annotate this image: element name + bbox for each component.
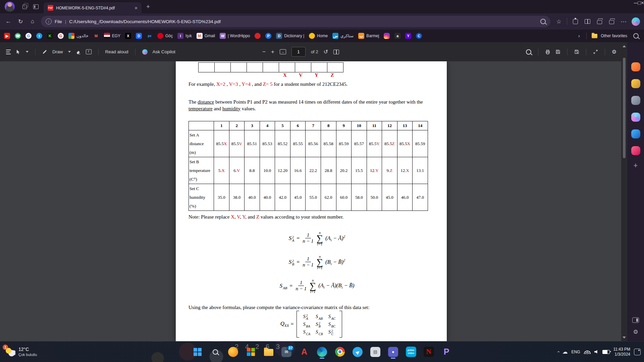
favorite-px500[interactable]: px <box>147 33 153 39</box>
pdf-settings-icon[interactable]: ⚙ <box>612 49 616 55</box>
sidebar-media-icon[interactable] <box>631 146 640 155</box>
zoom-in-button[interactable]: + <box>271 49 274 55</box>
draw-pen-icon[interactable] <box>42 49 47 54</box>
pdf-search-icon[interactable] <box>526 49 531 55</box>
tab-close-icon[interactable]: × <box>135 5 138 11</box>
favorites-overflow-button[interactable]: › <box>573 30 585 42</box>
favorite-egy-flag[interactable]: EGY <box>104 33 120 39</box>
taskbar-telegram[interactable]: ▶ <box>351 345 364 359</box>
draw-chevron-icon[interactable] <box>68 51 71 53</box>
favorite-kick[interactable]: K <box>47 33 53 39</box>
taskbar-app-messages[interactable]: ✉37 <box>280 345 293 359</box>
taskbar-file-explorer[interactable] <box>262 345 275 359</box>
address-bar[interactable]: i File | C:/Users/king_/Downloads/Docume… <box>41 16 550 27</box>
scroll-thumb[interactable] <box>623 58 626 158</box>
favorite-home-site[interactable]: Home <box>309 33 328 39</box>
taskbar-app-a-red[interactable]: A <box>298 345 311 359</box>
taskbar-app-p-purple[interactable]: P <box>440 345 453 359</box>
taskbar-search[interactable] <box>209 345 222 359</box>
favorite-d-site[interactable]: D <box>136 33 142 39</box>
taskbar-edge[interactable] <box>315 345 329 359</box>
maximize-button[interactable]: □ <box>638 0 641 13</box>
eraser-icon[interactable] <box>76 49 81 54</box>
taskbar-app-indigo[interactable]: ● <box>386 345 400 359</box>
favorite-google[interactable]: G <box>25 33 32 39</box>
copilot-button[interactable] <box>630 16 641 27</box>
save-icon[interactable] <box>555 49 560 54</box>
volume-icon[interactable] <box>594 350 599 354</box>
page-view-icon[interactable] <box>333 50 339 54</box>
add-text-icon[interactable] <box>86 49 92 54</box>
taskbar-chrome[interactable] <box>333 345 346 359</box>
hidden-icons-chevron-icon[interactable]: › <box>555 351 561 353</box>
pdf-scrollbar[interactable] <box>621 42 627 342</box>
draw-label[interactable]: Draw <box>52 49 63 54</box>
favorite-gmail[interactable]: MGmail <box>197 33 215 39</box>
favorite-wordhippo[interactable]: W| WordHippo <box>220 33 250 39</box>
expand-icon[interactable] <box>593 49 598 54</box>
scroll-up-arrow-icon[interactable] <box>623 45 626 47</box>
sidebar-toolbox-icon[interactable] <box>631 79 640 88</box>
page-number-input[interactable] <box>291 47 306 57</box>
favorite-youtube[interactable]: ▶ <box>4 33 10 39</box>
favorite-google-2[interactable]: G <box>58 33 64 39</box>
sidebar-profile-icon[interactable] <box>631 96 640 105</box>
sidebar-settings-icon[interactable]: ⚙ <box>633 328 638 336</box>
notification-center-icon[interactable] <box>634 349 641 355</box>
select-tool-icon[interactable] <box>16 49 21 55</box>
ask-copilot-button[interactable]: Ask Copilot <box>153 49 175 54</box>
save-as-icon[interactable] <box>574 49 579 54</box>
favorite-c-site[interactable]: C <box>416 33 422 39</box>
zoom-out-button[interactable]: − <box>262 49 266 55</box>
sidebar-add-button[interactable]: + <box>634 161 638 170</box>
favorite-isik[interactable]: IIşık <box>177 33 192 39</box>
clock[interactable]: 11:43 PM 1/3/2024 <box>613 347 630 357</box>
pdf-content-area[interactable]: XVYZ For example, X=2 , V=3 , Y=4 , and … <box>0 61 621 342</box>
search-in-address-icon[interactable] <box>540 19 546 24</box>
favorites-button[interactable] <box>594 16 605 27</box>
taskbar-prime-video[interactable]: primevideo <box>404 345 418 359</box>
rotate-button[interactable]: ↺ <box>324 49 328 55</box>
favorite-y-site[interactable]: Y <box>405 33 411 39</box>
favorite-dictionary[interactable]: DDictionary | <box>276 33 304 39</box>
favorites-search-icon[interactable] <box>633 33 639 39</box>
refresh-button[interactable]: ↻ <box>15 16 26 27</box>
onedrive-cloud-icon[interactable]: ☁ <box>562 349 568 355</box>
favorite-p-site[interactable]: P <box>265 33 271 39</box>
taskbar-office-365[interactable] <box>244 345 258 359</box>
back-button[interactable]: ← <box>3 16 14 27</box>
favorite-whatsapp[interactable]: ☎ <box>15 33 21 39</box>
sidebar-panel-icon[interactable] <box>632 317 639 323</box>
select-tool-chevron-icon[interactable] <box>26 51 29 53</box>
profile-avatar[interactable] <box>5 2 15 12</box>
home-button[interactable]: ⌂ <box>27 16 38 27</box>
weather-widget[interactable]: 1 12°C Çok bulutlu <box>5 342 37 362</box>
read-aloud-button[interactable]: Read aloud <box>105 49 128 54</box>
favorite-red-site[interactable] <box>255 33 261 39</box>
taskbar-netflix[interactable]: N <box>422 345 435 359</box>
browser-tab[interactable]: PDF HOMEWORK-5-ENG-STD#4.pdf × <box>44 2 142 13</box>
favorite-x-site[interactable]: X <box>125 33 131 39</box>
taskbar-app-keyboard[interactable]: ▤ <box>369 345 382 359</box>
scroll-down-arrow-icon[interactable] <box>623 337 626 339</box>
fit-to-width-icon[interactable]: ↔ <box>280 49 286 54</box>
favorite-academia[interactable]: a <box>394 33 400 39</box>
other-favorites[interactable]: Other favorites <box>585 33 644 39</box>
favorite-stakry[interactable]: سستاكري <box>332 33 354 39</box>
new-tab-button[interactable]: + <box>146 3 150 10</box>
sidebar-shopping-icon[interactable] <box>631 62 640 71</box>
taskbar-app-orange[interactable] <box>226 345 240 359</box>
wifi-icon[interactable] <box>584 350 591 354</box>
sidebar-outlook-icon[interactable] <box>631 129 640 138</box>
extensions-button[interactable] <box>570 16 581 27</box>
taskbar-start[interactable] <box>191 345 204 359</box>
favorite-barmej[interactable]: بBarmej <box>358 33 379 39</box>
split-screen-button[interactable] <box>582 16 593 27</box>
print-icon[interactable] <box>545 49 550 55</box>
more-menu-button[interactable]: ⋯ <box>618 16 629 27</box>
language-indicator[interactable]: ENG <box>572 350 580 354</box>
close-button[interactable]: × <box>641 0 644 13</box>
minimize-button[interactable]: ─ <box>634 0 638 13</box>
favorite-goc[interactable]: Göç <box>157 33 173 39</box>
collections-button[interactable] <box>606 16 617 27</box>
